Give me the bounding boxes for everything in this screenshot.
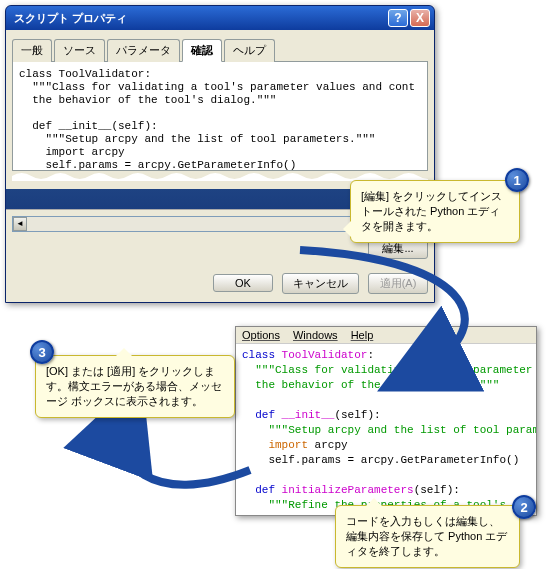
ok-button[interactable]: OK bbox=[213, 274, 273, 292]
callout-step1: [編集] をクリックしてインストールされた Python エディタを開きます。 bbox=[350, 180, 520, 243]
callout-step2: コードを入力もしくは編集し、編集内容を保存して Python エディタを終了しま… bbox=[335, 505, 520, 568]
editor-code-view[interactable]: class ToolValidator: """Class for valida… bbox=[236, 344, 536, 516]
cancel-button[interactable]: キャンセル bbox=[282, 273, 359, 294]
tab-strip: 一般 ソース パラメータ 確認 ヘルプ bbox=[12, 38, 428, 62]
tab-validation[interactable]: 確認 bbox=[182, 39, 222, 62]
help-icon[interactable]: ? bbox=[388, 9, 408, 27]
dialog-footer: OK キャンセル 適用(A) bbox=[6, 265, 434, 302]
titlebar[interactable]: スクリプト プロパティ ? X bbox=[6, 6, 434, 30]
tab-help[interactable]: ヘルプ bbox=[224, 39, 275, 62]
menu-windows[interactable]: Windows bbox=[293, 329, 338, 341]
tab-general[interactable]: 一般 bbox=[12, 39, 52, 62]
validation-code-view: class ToolValidator: """Class for valida… bbox=[12, 61, 428, 171]
step-badge-3: 3 bbox=[30, 340, 54, 364]
python-editor-window: Options Windows Help class ToolValidator… bbox=[235, 326, 537, 516]
tab-parameters[interactable]: パラメータ bbox=[107, 39, 180, 62]
callout-step3: [OK] または [適用] をクリックします。構文エラーがある場合、メッセージ … bbox=[35, 355, 235, 418]
menu-options[interactable]: Options bbox=[242, 329, 280, 341]
close-icon[interactable]: X bbox=[410, 9, 430, 27]
scroll-left-icon[interactable]: ◄ bbox=[13, 217, 27, 231]
window-title: スクリプト プロパティ bbox=[10, 11, 386, 26]
script-properties-dialog: スクリプト プロパティ ? X 一般 ソース パラメータ 確認 ヘルプ clas… bbox=[5, 5, 435, 303]
menu-help[interactable]: Help bbox=[351, 329, 374, 341]
tab-source[interactable]: ソース bbox=[54, 39, 105, 62]
apply-button[interactable]: 適用(A) bbox=[368, 273, 428, 294]
editor-menubar: Options Windows Help bbox=[236, 327, 536, 344]
step-badge-2: 2 bbox=[512, 495, 536, 519]
step-badge-1: 1 bbox=[505, 168, 529, 192]
